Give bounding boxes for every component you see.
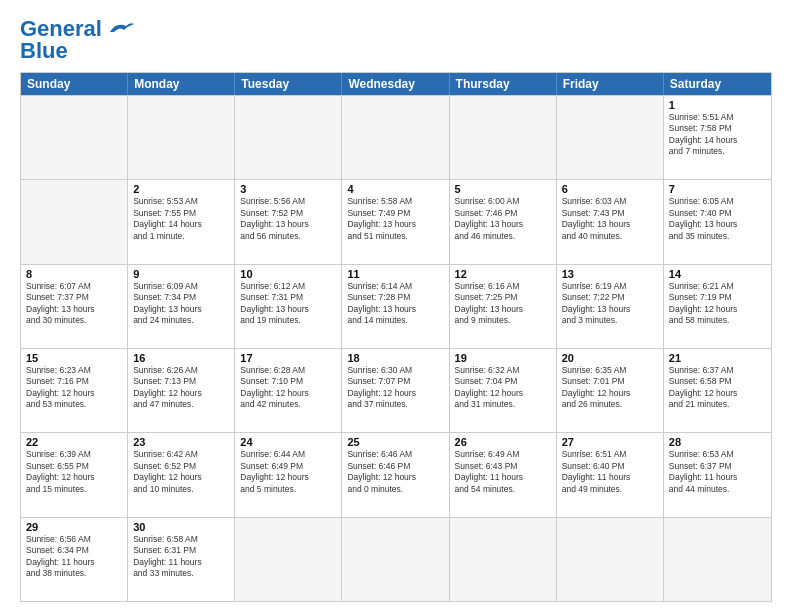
cell-info-line: Sunset: 7:10 PM: [240, 376, 336, 387]
cell-info-line: and 3 minutes.: [562, 315, 658, 326]
day-cell-12: 12Sunrise: 6:16 AMSunset: 7:25 PMDayligh…: [450, 265, 557, 348]
cell-info-line: and 14 minutes.: [347, 315, 443, 326]
cell-info-line: Sunrise: 6:56 AM: [26, 534, 122, 545]
cell-info-line: Sunrise: 6:07 AM: [26, 281, 122, 292]
cell-info-line: Daylight: 13 hours: [347, 304, 443, 315]
cell-info-line: and 1 minute.: [133, 231, 229, 242]
day-cell-20: 20Sunrise: 6:35 AMSunset: 7:01 PMDayligh…: [557, 349, 664, 432]
cell-info-line: Daylight: 13 hours: [240, 304, 336, 315]
empty-cell: [128, 96, 235, 179]
day-cell-7: 7Sunrise: 6:05 AMSunset: 7:40 PMDaylight…: [664, 180, 771, 263]
cell-info-line: and 40 minutes.: [562, 231, 658, 242]
empty-cell: [235, 518, 342, 601]
day-cell-26: 26Sunrise: 6:49 AMSunset: 6:43 PMDayligh…: [450, 433, 557, 516]
cell-info-line: and 47 minutes.: [133, 399, 229, 410]
day-number: 10: [240, 268, 336, 280]
day-number: 26: [455, 436, 551, 448]
cell-info-line: Daylight: 13 hours: [133, 304, 229, 315]
day-number: 6: [562, 183, 658, 195]
col-header-sunday: Sunday: [21, 73, 128, 95]
col-header-tuesday: Tuesday: [235, 73, 342, 95]
cell-info-line: Sunrise: 6:26 AM: [133, 365, 229, 376]
day-number: 20: [562, 352, 658, 364]
cell-info-line: Daylight: 13 hours: [562, 219, 658, 230]
cell-info-line: Sunrise: 6:49 AM: [455, 449, 551, 460]
cell-info-line: and 58 minutes.: [669, 315, 766, 326]
day-cell-2: 2Sunrise: 5:53 AMSunset: 7:55 PMDaylight…: [128, 180, 235, 263]
cell-info-line: Sunset: 7:52 PM: [240, 208, 336, 219]
day-number: 1: [669, 99, 766, 111]
col-header-wednesday: Wednesday: [342, 73, 449, 95]
cell-info-line: and 21 minutes.: [669, 399, 766, 410]
cell-info-line: Sunset: 7:58 PM: [669, 123, 766, 134]
day-number: 19: [455, 352, 551, 364]
cell-info-line: Sunset: 7:31 PM: [240, 292, 336, 303]
cell-info-line: Daylight: 12 hours: [455, 388, 551, 399]
cell-info-line: Sunrise: 6:23 AM: [26, 365, 122, 376]
cell-info-line: Sunset: 6:40 PM: [562, 461, 658, 472]
day-cell-13: 13Sunrise: 6:19 AMSunset: 7:22 PMDayligh…: [557, 265, 664, 348]
cell-info-line: Daylight: 11 hours: [562, 472, 658, 483]
cell-info-line: Sunrise: 6:44 AM: [240, 449, 336, 460]
day-number: 17: [240, 352, 336, 364]
cell-info-line: Daylight: 13 hours: [455, 304, 551, 315]
calendar: SundayMondayTuesdayWednesdayThursdayFrid…: [20, 72, 772, 602]
day-cell-1: 1Sunrise: 5:51 AMSunset: 7:58 PMDaylight…: [664, 96, 771, 179]
header: General Blue: [20, 16, 772, 64]
empty-cell: [557, 96, 664, 179]
cell-info-line: and 7 minutes.: [669, 146, 766, 157]
day-number: 21: [669, 352, 766, 364]
day-number: 14: [669, 268, 766, 280]
cell-info-line: Daylight: 12 hours: [562, 388, 658, 399]
day-cell-24: 24Sunrise: 6:44 AMSunset: 6:49 PMDayligh…: [235, 433, 342, 516]
cell-info-line: Sunrise: 6:39 AM: [26, 449, 122, 460]
cell-info-line: Sunrise: 6:37 AM: [669, 365, 766, 376]
day-number: 5: [455, 183, 551, 195]
day-cell-21: 21Sunrise: 6:37 AMSunset: 6:58 PMDayligh…: [664, 349, 771, 432]
cell-info-line: Daylight: 12 hours: [240, 472, 336, 483]
cell-info-line: Daylight: 11 hours: [455, 472, 551, 483]
cell-info-line: Sunset: 7:46 PM: [455, 208, 551, 219]
cell-info-line: Sunset: 6:49 PM: [240, 461, 336, 472]
cell-info-line: Daylight: 13 hours: [26, 304, 122, 315]
cell-info-line: Sunset: 7:22 PM: [562, 292, 658, 303]
cell-info-line: Daylight: 12 hours: [240, 388, 336, 399]
cell-info-line: Sunrise: 6:53 AM: [669, 449, 766, 460]
col-header-monday: Monday: [128, 73, 235, 95]
col-header-thursday: Thursday: [450, 73, 557, 95]
cell-info-line: and 35 minutes.: [669, 231, 766, 242]
cell-info-line: Sunset: 7:01 PM: [562, 376, 658, 387]
cell-info-line: and 30 minutes.: [26, 315, 122, 326]
cell-info-line: and 42 minutes.: [240, 399, 336, 410]
cell-info-line: Sunset: 7:49 PM: [347, 208, 443, 219]
empty-cell: [450, 518, 557, 601]
cell-info-line: and 31 minutes.: [455, 399, 551, 410]
day-number: 29: [26, 521, 122, 533]
day-cell-8: 8Sunrise: 6:07 AMSunset: 7:37 PMDaylight…: [21, 265, 128, 348]
cell-info-line: Sunset: 7:07 PM: [347, 376, 443, 387]
col-header-friday: Friday: [557, 73, 664, 95]
cell-info-line: and 33 minutes.: [133, 568, 229, 579]
cell-info-line: and 44 minutes.: [669, 484, 766, 495]
cell-info-line: Sunrise: 6:58 AM: [133, 534, 229, 545]
cell-info-line: Daylight: 12 hours: [347, 472, 443, 483]
day-number: 12: [455, 268, 551, 280]
cell-info-line: Sunrise: 6:30 AM: [347, 365, 443, 376]
day-cell-30: 30Sunrise: 6:58 AMSunset: 6:31 PMDayligh…: [128, 518, 235, 601]
cell-info-line: and 38 minutes.: [26, 568, 122, 579]
cell-info-line: Daylight: 11 hours: [26, 557, 122, 568]
cell-info-line: Sunrise: 6:03 AM: [562, 196, 658, 207]
day-number: 11: [347, 268, 443, 280]
day-number: 15: [26, 352, 122, 364]
cell-info-line: Sunset: 7:19 PM: [669, 292, 766, 303]
cell-info-line: Sunset: 6:58 PM: [669, 376, 766, 387]
cell-info-line: Sunset: 6:43 PM: [455, 461, 551, 472]
cell-info-line: Sunrise: 6:16 AM: [455, 281, 551, 292]
day-number: 13: [562, 268, 658, 280]
day-cell-29: 29Sunrise: 6:56 AMSunset: 6:34 PMDayligh…: [21, 518, 128, 601]
week-row-3: 8Sunrise: 6:07 AMSunset: 7:37 PMDaylight…: [21, 264, 771, 348]
day-number: 27: [562, 436, 658, 448]
cell-info-line: Sunset: 6:37 PM: [669, 461, 766, 472]
cell-info-line: Sunrise: 6:14 AM: [347, 281, 443, 292]
day-cell-18: 18Sunrise: 6:30 AMSunset: 7:07 PMDayligh…: [342, 349, 449, 432]
